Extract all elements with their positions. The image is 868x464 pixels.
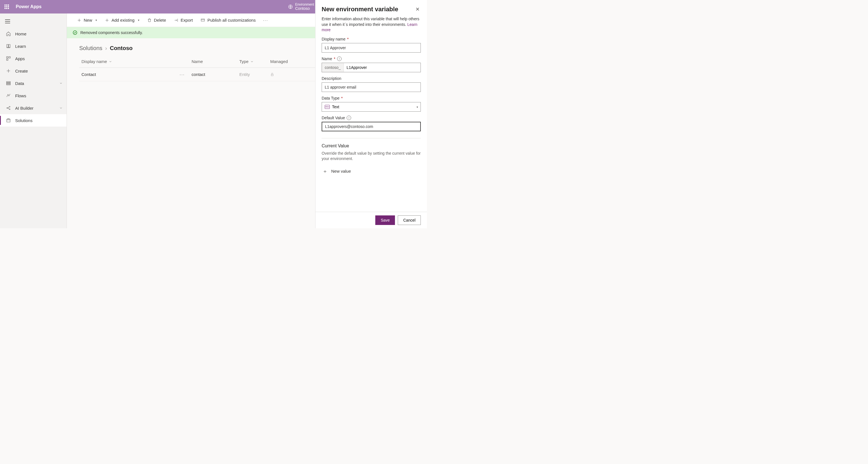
more-commands-button[interactable]: ···: [260, 15, 271, 25]
name-prefix: contoso_: [322, 63, 344, 72]
info-icon[interactable]: i: [337, 57, 342, 61]
plus-icon: ＋: [322, 168, 329, 175]
svg-point-7: [7, 108, 8, 109]
col-type[interactable]: Type: [239, 59, 270, 64]
home-icon: [5, 31, 12, 36]
chevron-down-icon: ▾: [95, 19, 97, 22]
name-label: Name: [322, 57, 332, 61]
svg-rect-3: [6, 59, 8, 60]
btn-label: New: [84, 18, 92, 23]
hamburger-icon[interactable]: [0, 15, 67, 28]
close-icon[interactable]: ✕: [414, 5, 421, 13]
nav-home[interactable]: Home: [0, 28, 67, 40]
svg-point-9: [9, 109, 10, 110]
solutions-icon: [5, 118, 12, 123]
nav-solutions[interactable]: Solutions: [0, 114, 67, 126]
app-launcher-icon[interactable]: [2, 2, 11, 11]
plus-icon: [105, 18, 109, 23]
nav-label: AI Builder: [15, 106, 33, 111]
nav-label: Apps: [15, 56, 25, 61]
row-managed: [270, 72, 298, 77]
breadcrumb-root[interactable]: Solutions: [79, 45, 102, 52]
svg-point-8: [9, 106, 10, 107]
default-value-input[interactable]: [322, 122, 421, 131]
panel-description: Enter information about this variable th…: [322, 16, 421, 33]
nav-label: Data: [15, 81, 24, 86]
default-value-label: Default Value: [322, 116, 345, 120]
nav-label: Learn: [15, 44, 26, 49]
svg-rect-1: [6, 57, 8, 58]
chevron-down-icon: [109, 60, 112, 63]
svg-rect-2: [9, 57, 10, 58]
apps-icon: [5, 56, 12, 61]
lock-icon: [270, 72, 298, 77]
nav-label: Solutions: [15, 118, 33, 123]
description-label: Description: [322, 76, 341, 81]
nav-create[interactable]: Create: [0, 65, 67, 77]
data-icon: [5, 81, 12, 86]
row-type: Entity: [239, 72, 270, 77]
success-icon: [72, 30, 78, 35]
nav-ai-builder[interactable]: AI Builder: [0, 102, 67, 114]
sidebar: Home Learn Apps Create Data Flows AI Bui…: [0, 13, 67, 228]
new-value-button[interactable]: ＋ New value: [322, 168, 421, 175]
btn-label: Publish all customizations: [207, 18, 256, 23]
btn-label: Delete: [154, 18, 166, 23]
add-existing-button[interactable]: Add existing ▾: [101, 15, 143, 25]
nav-apps[interactable]: Apps: [0, 52, 67, 65]
nav-label: Create: [15, 68, 28, 74]
env-label: Environment: [295, 3, 314, 6]
nav-flows[interactable]: Flows: [0, 89, 67, 102]
export-button[interactable]: Export: [170, 15, 196, 25]
current-value-title: Current Value: [322, 143, 421, 148]
btn-label: Export: [181, 18, 193, 23]
info-icon[interactable]: i: [347, 116, 351, 120]
globe-icon: [288, 4, 293, 9]
chevron-down-icon: [59, 106, 63, 110]
name-input[interactable]: [344, 63, 421, 72]
new-env-var-panel: New environment variable ✕ Enter informa…: [315, 0, 427, 228]
data-type-label: Data Type: [322, 96, 340, 100]
svg-rect-4: [6, 82, 10, 82]
plus-icon: [5, 68, 12, 74]
svg-rect-10: [7, 119, 10, 122]
cancel-button[interactable]: Cancel: [398, 215, 421, 225]
delete-button[interactable]: Delete: [144, 15, 169, 25]
app-title: Power Apps: [16, 4, 41, 9]
nav-label: Flows: [15, 93, 26, 98]
btn-label: Add existing: [112, 18, 134, 23]
svg-point-12: [73, 31, 77, 35]
row-name: contact: [192, 72, 239, 77]
save-button[interactable]: Save: [375, 215, 395, 225]
publish-icon: [200, 18, 205, 23]
publish-button[interactable]: Publish all customizations: [197, 15, 259, 25]
row-more-button[interactable]: ···: [180, 72, 185, 77]
chevron-right-icon: ›: [105, 45, 107, 52]
row-display-name: Contact: [82, 72, 96, 77]
display-name-input[interactable]: [322, 43, 421, 53]
book-icon: [5, 44, 12, 49]
trash-icon: [147, 18, 152, 23]
new-button[interactable]: New ▾: [73, 15, 100, 25]
data-type-select[interactable]: Abc Text: [322, 102, 421, 112]
plus-icon: [77, 18, 82, 23]
panel-title: New environment variable: [322, 6, 398, 13]
nav-learn[interactable]: Learn: [0, 40, 67, 52]
svg-rect-5: [6, 83, 10, 84]
svg-rect-13: [271, 74, 273, 76]
chevron-down-icon: ▾: [138, 19, 139, 22]
display-name-label: Display name: [322, 37, 345, 41]
notification-text: Removed components successfully.: [80, 30, 143, 35]
description-input[interactable]: [322, 82, 421, 92]
flow-icon: [5, 93, 12, 98]
col-managed[interactable]: Managed: [270, 59, 298, 64]
env-name: Contoso: [295, 6, 314, 11]
environment-picker[interactable]: Environment Contoso: [288, 0, 314, 13]
chevron-down-icon: [250, 60, 254, 63]
nav-data[interactable]: Data: [0, 77, 67, 89]
col-display-name[interactable]: Display name: [79, 59, 192, 64]
col-name[interactable]: Name: [192, 59, 239, 64]
ai-icon: [5, 106, 12, 111]
svg-rect-11: [201, 19, 205, 21]
breadcrumb-current: Contoso: [110, 45, 132, 52]
